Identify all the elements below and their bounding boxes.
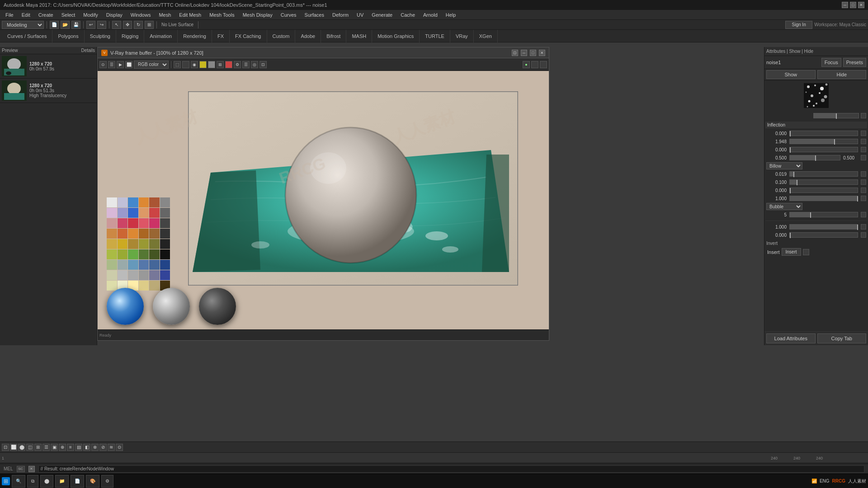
color-cell-23[interactable] <box>160 229 170 239</box>
color-cell-9[interactable] <box>139 208 149 218</box>
timeline-tool-13[interactable]: ⊘ <box>99 444 107 451</box>
timeline-tool-9[interactable]: ≡ <box>67 444 74 451</box>
timeline-tool-3[interactable]: ⬤ <box>18 444 25 451</box>
color-cell-27[interactable] <box>139 239 149 249</box>
menu-select[interactable]: Select <box>58 11 79 19</box>
minimize-button[interactable]: ─ <box>842 2 848 8</box>
move-btn[interactable]: ✥ <box>123 21 132 29</box>
color-cell-35[interactable] <box>160 249 170 259</box>
menu-curves[interactable]: Curves <box>277 11 300 19</box>
vray-toolbar-btn-4[interactable]: ⬜ <box>125 61 132 68</box>
vray-minimize-button[interactable]: ─ <box>521 50 527 56</box>
color-cell-0[interactable] <box>107 197 117 207</box>
taskbar-search[interactable]: 🔍 <box>12 475 25 488</box>
vray-toolbar-btn-3[interactable]: ▶ <box>117 61 124 68</box>
hide-button[interactable]: Hide <box>817 70 867 79</box>
menu-edit[interactable]: Edit <box>18 11 34 19</box>
attr-slider-billow4[interactable] <box>789 196 858 201</box>
menu-generate[interactable]: Generate <box>368 11 396 19</box>
tab-adobe[interactable]: Adobe <box>295 30 321 42</box>
copy-tab-button[interactable]: Copy Tab <box>817 333 867 343</box>
menu-surfaces[interactable]: Surfaces <box>301 11 328 19</box>
attr-slider-5[interactable] <box>789 155 840 160</box>
preview-item-2[interactable]: 1280 x 720 0h 0m 51.3s High Translucency <box>0 79 97 103</box>
menu-arnold[interactable]: Arnold <box>420 11 441 19</box>
attr-slider-b[interactable] <box>789 232 858 238</box>
attr-connect-2[interactable] <box>861 131 866 136</box>
color-cell-7[interactable] <box>118 208 128 218</box>
taskbar-app2[interactable]: 🎨 <box>86 475 99 488</box>
select-btn[interactable]: ↖ <box>112 21 121 29</box>
color-cell-24[interactable] <box>107 239 117 249</box>
tab-sculpting[interactable]: Sculpting <box>85 30 116 42</box>
vray-toolbar-btn-15[interactable] <box>540 61 547 68</box>
save-btn[interactable]: 💾 <box>71 21 80 29</box>
timeline-tool-11[interactable]: ◧ <box>83 444 90 451</box>
tab-bifrost[interactable]: Bifrost <box>321 30 346 42</box>
status-close-btn[interactable]: ✕ <box>28 466 35 472</box>
attr-connect-billow1[interactable] <box>861 171 866 177</box>
color-cell-46[interactable] <box>149 270 160 280</box>
color-cell-4[interactable] <box>149 197 160 207</box>
vray-toolbar-btn-6[interactable] <box>182 61 189 68</box>
vray-toolbar-btn-11[interactable]: ☰ <box>242 61 250 68</box>
menu-help[interactable]: Help <box>442 11 460 19</box>
tab-custom[interactable]: Custom <box>267 30 296 42</box>
timeline-tool-15[interactable]: ⊙ <box>116 444 123 451</box>
vray-toolbar-btn-2[interactable]: ☰ <box>108 61 115 68</box>
insert-button[interactable]: Insert <box>782 248 801 256</box>
menu-create[interactable]: Create <box>35 11 57 19</box>
billow-dropdown[interactable]: Billow <box>766 162 802 169</box>
attr-connect-1[interactable] <box>861 113 866 118</box>
vray-toolbar-btn-7[interactable]: ◉ <box>191 61 198 68</box>
rotate-btn[interactable]: ↻ <box>134 21 143 29</box>
new-scene-btn[interactable]: 📄 <box>50 21 59 29</box>
attr-connect-billow2[interactable] <box>861 179 866 185</box>
color-cell-44[interactable] <box>128 270 138 280</box>
attr-slider-billow1[interactable] <box>789 171 858 177</box>
menu-windows[interactable]: Windows <box>127 11 155 19</box>
color-cell-36[interactable] <box>107 260 117 270</box>
tab-curves-surfaces[interactable]: Curves / Surfaces <box>2 30 52 42</box>
attr-slider-a[interactable] <box>789 224 858 230</box>
timeline-tool-5[interactable]: ⊞ <box>34 444 42 451</box>
menu-uv[interactable]: UV <box>353 11 367 19</box>
vray-toolbar-btn-red[interactable] <box>225 61 232 68</box>
open-btn[interactable]: 📂 <box>61 21 70 29</box>
color-cell-5[interactable] <box>160 197 170 207</box>
tab-animation[interactable]: Animation <box>144 30 178 42</box>
color-cell-3[interactable] <box>139 197 149 207</box>
color-cell-47[interactable] <box>160 270 170 280</box>
menu-mesh-tools[interactable]: Mesh Tools <box>206 11 238 19</box>
vray-toolbar-btn-13[interactable]: ⊡ <box>259 61 267 68</box>
attr-connect-3[interactable] <box>861 139 866 144</box>
attr-connect-billow3[interactable] <box>861 188 866 193</box>
color-cell-15[interactable] <box>139 218 149 228</box>
color-cell-25[interactable] <box>118 239 128 249</box>
menu-display[interactable]: Display <box>103 11 126 19</box>
vray-toolbar-btn-1[interactable]: ⊙ <box>99 61 107 68</box>
color-cell-17[interactable] <box>160 218 170 228</box>
vray-close-button[interactable]: ✕ <box>539 50 545 56</box>
color-cell-20[interactable] <box>128 229 138 239</box>
menu-file[interactable]: File <box>2 11 17 19</box>
attr-connect-a[interactable] <box>861 224 866 230</box>
sign-in-btn[interactable]: Sign In <box>785 21 812 29</box>
timeline-tool-1[interactable]: ⊡ <box>2 444 9 451</box>
menu-modify[interactable]: Modify <box>80 11 101 19</box>
color-cell-28[interactable] <box>149 239 160 249</box>
color-cell-19[interactable] <box>118 229 128 239</box>
start-button[interactable]: ⊞ <box>2 477 10 485</box>
color-cell-16[interactable] <box>149 218 160 228</box>
presets-button[interactable]: Presets <box>843 58 866 67</box>
undo-btn[interactable]: ↩ <box>86 21 95 29</box>
vray-toolbar-btn-9[interactable]: ⊞ <box>217 61 224 68</box>
attr-connect-bubble[interactable] <box>861 212 866 217</box>
attr-connect-b[interactable] <box>861 232 866 238</box>
menu-mesh[interactable]: Mesh <box>155 11 175 19</box>
color-cell-33[interactable] <box>139 249 149 259</box>
close-button[interactable]: ✕ <box>858 2 864 8</box>
load-attributes-button[interactable]: Load Attributes <box>766 333 816 343</box>
mode-dropdown[interactable]: Modeling <box>2 21 44 29</box>
color-cell-26[interactable] <box>128 239 138 249</box>
